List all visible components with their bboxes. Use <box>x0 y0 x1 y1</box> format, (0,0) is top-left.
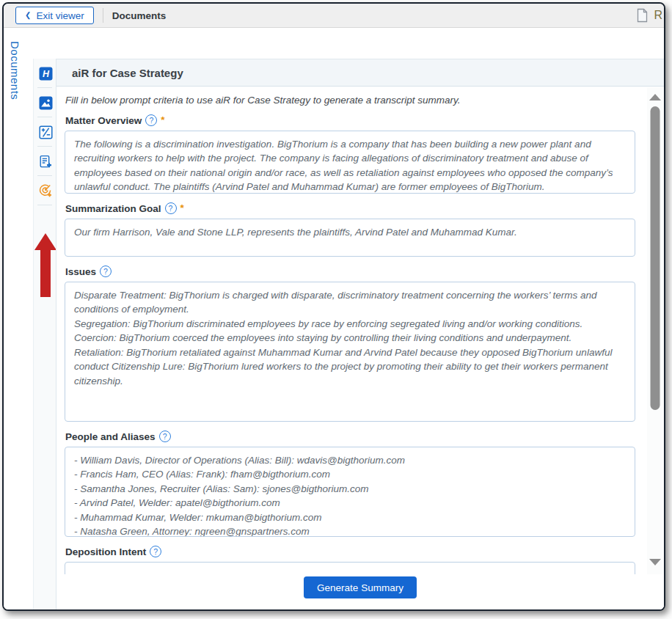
chevron-left-icon: ❮ <box>25 12 31 19</box>
air-panel: aiR for Case Strategy Fill in below prom… <box>56 59 664 609</box>
field-label-text: People and Aliases <box>65 431 156 442</box>
required-asterisk: * <box>180 202 184 213</box>
field-label-people-aliases: People and Aliases ? <box>65 431 635 442</box>
breadcrumb: Documents <box>112 10 167 21</box>
people-aliases-input[interactable]: - William Davis, Director of Operations … <box>65 447 635 537</box>
svg-text:H: H <box>42 68 49 78</box>
vertical-scrollbar[interactable] <box>647 87 663 574</box>
top-bar: ❮ Exit viewer Documents R <box>4 4 664 28</box>
rail-separator <box>37 87 52 88</box>
add-document-note-icon[interactable] <box>34 150 57 173</box>
page-title: aiR for Case Strategy <box>72 67 183 79</box>
scrollbar-thumb[interactable] <box>651 106 660 410</box>
rail-separator <box>37 146 52 147</box>
field-label-deposition-intent: Deposition Intent ? <box>65 546 635 557</box>
panel-footer: Generate Summary <box>56 574 664 609</box>
panel-header: aiR for Case Strategy <box>56 59 664 87</box>
issues-input[interactable]: Disparate Treatment: BigThorium is charg… <box>65 282 635 422</box>
topbar-right: R <box>636 8 664 23</box>
required-asterisk: * <box>161 114 164 125</box>
field-label-text: Summarization Goal <box>65 203 161 214</box>
exit-viewer-button[interactable]: ❮ Exit viewer <box>15 7 94 24</box>
field-label-text: Matter Overview <box>65 115 142 126</box>
help-icon[interactable]: ? <box>145 114 157 126</box>
field-label-text: Issues <box>65 266 96 277</box>
field-label-issues: Issues ? <box>65 265 635 277</box>
help-icon[interactable]: ? <box>159 431 171 442</box>
help-icon[interactable]: ? <box>150 546 161 557</box>
scroll-down-arrow-icon[interactable] <box>649 559 661 565</box>
highlight-navigator-icon[interactable]: H <box>34 62 57 85</box>
exit-viewer-label: Exit viewer <box>36 10 84 21</box>
form-scroll-area: Fill in below prompt criteria to use aiR… <box>56 87 647 574</box>
rail-separator <box>37 205 52 205</box>
deposition-intent-input[interactable] <box>65 562 635 574</box>
generate-summary-button[interactable]: Generate Summary <box>304 576 417 598</box>
air-case-strategy-icon[interactable] <box>34 179 57 202</box>
toolbar-partial-text: R <box>654 9 662 22</box>
help-icon[interactable]: ? <box>165 202 177 214</box>
documents-vertical-tab[interactable]: Documents <box>9 41 21 100</box>
topbar-divider <box>103 8 103 23</box>
annotation-arrow-shaft <box>40 250 51 297</box>
rail-separator <box>37 117 52 117</box>
workspace: Documents H <box>4 29 664 609</box>
matter-overview-input[interactable]: The following is a discrimination invest… <box>65 131 635 194</box>
field-label-matter-overview: Matter Overview ? * <box>65 114 635 126</box>
annotation-arrow-head <box>34 233 56 250</box>
field-label-text: Deposition Intent <box>65 546 146 557</box>
image-adjust-icon[interactable] <box>34 120 57 144</box>
image-viewer-icon[interactable] <box>34 91 57 114</box>
viewer-window: ❮ Exit viewer Documents R Documents H <box>2 2 665 611</box>
summarization-goal-input[interactable]: Our firm Harrison, Vale and Stone LLP, r… <box>65 219 635 257</box>
document-icon[interactable] <box>636 8 648 23</box>
rail-separator <box>37 175 52 176</box>
help-icon[interactable]: ? <box>100 265 112 277</box>
field-label-summarization-goal: Summarization Goal ? * <box>65 202 635 214</box>
instructions-text: Fill in below prompt criteria to use aiR… <box>65 95 635 106</box>
annotation-arrow-up <box>34 233 56 297</box>
scroll-up-arrow-icon[interactable] <box>649 94 661 100</box>
viewer-icon-rail: H <box>33 59 56 609</box>
